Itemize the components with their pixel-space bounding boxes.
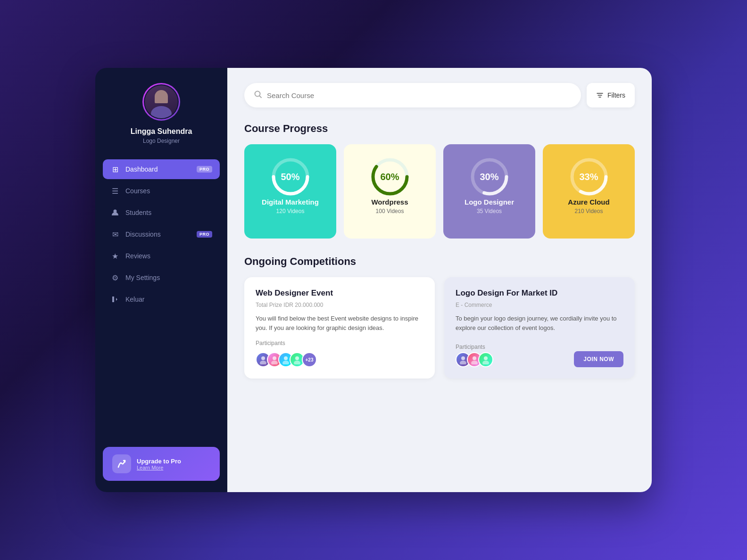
comp-title-web-designer: Web Designer Event bbox=[256, 288, 423, 298]
competition-card-logo-design: Logo Design For Market ID E - Commerce T… bbox=[444, 277, 635, 379]
svg-point-17 bbox=[260, 361, 266, 364]
course-card-azure-cloud[interactable]: 33% Azure Cloud 210 Videos bbox=[543, 144, 635, 239]
comp-title-logo-design: Logo Design For Market ID bbox=[456, 288, 623, 298]
comp-participants-label-1: Participants bbox=[256, 340, 423, 346]
svg-point-24 bbox=[461, 356, 465, 360]
progress-percent-wordpress: 60% bbox=[380, 172, 399, 182]
competition-card-web-designer: Web Designer Event Total Prize IDR 20.00… bbox=[244, 277, 435, 379]
svg-point-27 bbox=[471, 361, 478, 364]
svg-point-21 bbox=[282, 361, 289, 364]
sidebar-label-discussions: Discussions bbox=[125, 231, 191, 238]
sidebar-label-settings: My Settings bbox=[125, 274, 212, 281]
course-cards-row: 50% Digital Marketing 120 Videos 60% Wor… bbox=[244, 144, 635, 239]
avatar bbox=[145, 85, 178, 118]
svg-point-28 bbox=[484, 356, 488, 360]
svg-point-29 bbox=[482, 361, 489, 364]
comp-footer-logo-design: Participants bbox=[456, 340, 623, 367]
sidebar-label-reviews: Reviews bbox=[125, 252, 212, 260]
course-name-wordpress: Wordpress bbox=[371, 198, 408, 206]
svg-point-23 bbox=[294, 361, 300, 364]
comp-participants-side: Participants bbox=[456, 340, 490, 367]
dashboard-badge: PRO bbox=[197, 166, 212, 173]
sidebar-label-students: Students bbox=[125, 209, 212, 216]
sidebar-label-dashboard: Dashboard bbox=[125, 165, 191, 173]
participant-count-badge: +23 bbox=[302, 352, 317, 367]
upgrade-text: Upgrade to Pro Learn More bbox=[137, 458, 181, 470]
competitions-row: Web Designer Event Total Prize IDR 20.00… bbox=[244, 277, 635, 379]
comp-subtitle-web-designer: Total Prize IDR 20.000.000 bbox=[256, 302, 423, 308]
settings-icon: ⚙ bbox=[110, 273, 120, 282]
progress-circle-azure-cloud: 33% bbox=[568, 156, 610, 198]
upgrade-link: Learn More bbox=[137, 465, 181, 470]
students-icon bbox=[110, 208, 120, 217]
progress-percent-digital-marketing: 50% bbox=[281, 172, 299, 182]
svg-point-1 bbox=[151, 106, 172, 118]
progress-circle-wordpress: 60% bbox=[369, 156, 411, 198]
svg-point-25 bbox=[460, 361, 466, 364]
search-input[interactable] bbox=[267, 91, 572, 99]
filters-label: Filters bbox=[607, 91, 625, 99]
dashboard-icon: ⊞ bbox=[110, 165, 120, 174]
sidebar: Lingga Suhendra Logo Designer ⊞ Dashboar… bbox=[95, 68, 227, 492]
competitions-section: Ongoing Competitions Web Designer Event … bbox=[244, 255, 635, 379]
svg-point-22 bbox=[295, 356, 299, 360]
avatar-wrapper bbox=[142, 83, 180, 121]
upgrade-title: Upgrade to Pro bbox=[137, 458, 181, 465]
comp-desc-logo-design: To begin your logo design journey, we co… bbox=[456, 314, 623, 332]
progress-circle-digital-marketing: 50% bbox=[269, 156, 312, 198]
competitions-title: Ongoing Competitions bbox=[244, 255, 635, 268]
progress-percent-logo-designer: 30% bbox=[480, 172, 498, 182]
course-name-azure-cloud: Azure Cloud bbox=[568, 198, 609, 206]
courses-icon: ☰ bbox=[110, 186, 120, 196]
course-card-digital-marketing[interactable]: 50% Digital Marketing 120 Videos bbox=[244, 144, 336, 239]
progress-circle-logo-designer: 30% bbox=[468, 156, 511, 198]
svg-point-20 bbox=[284, 356, 288, 360]
course-videos-digital-marketing: 120 Videos bbox=[276, 208, 305, 214]
course-name-logo-designer: Logo Designer bbox=[465, 198, 514, 206]
nav-menu: ⊞ Dashboard PRO ☰ Courses Students ✉ Dis… bbox=[103, 159, 220, 439]
sidebar-label-logout: Keluar bbox=[125, 296, 212, 303]
svg-rect-2 bbox=[155, 96, 168, 103]
user-role: Logo Designer bbox=[143, 138, 180, 144]
discussions-icon: ✉ bbox=[110, 230, 120, 239]
search-input-wrapper bbox=[244, 83, 581, 107]
course-progress-section: Course Progress 50% Digital Marketing 12… bbox=[244, 123, 635, 239]
course-name-digital-marketing: Digital Marketing bbox=[262, 198, 319, 206]
svg-point-26 bbox=[473, 356, 476, 360]
sidebar-item-reviews[interactable]: ★ Reviews bbox=[103, 246, 220, 266]
upgrade-icon bbox=[112, 454, 131, 473]
course-card-wordpress[interactable]: 60% Wordpress 100 Videos bbox=[344, 144, 436, 239]
participants-row-1: +23 bbox=[256, 352, 423, 367]
sidebar-item-courses[interactable]: ☰ Courses bbox=[103, 181, 220, 201]
participant-avatar bbox=[478, 352, 493, 367]
sidebar-label-courses: Courses bbox=[125, 187, 212, 195]
svg-point-16 bbox=[261, 356, 265, 360]
sidebar-item-discussions[interactable]: ✉ Discussions PRO bbox=[103, 224, 220, 244]
svg-point-19 bbox=[271, 361, 278, 364]
comp-participants-label-2: Participants bbox=[456, 344, 490, 350]
sidebar-item-settings[interactable]: ⚙ My Settings bbox=[103, 268, 220, 288]
course-videos-wordpress: 100 Videos bbox=[376, 208, 404, 214]
filter-icon bbox=[596, 91, 604, 99]
course-card-logo-designer[interactable]: 30% Logo Designer 35 Videos bbox=[443, 144, 535, 239]
filters-button[interactable]: Filters bbox=[587, 83, 635, 107]
sidebar-item-students[interactable]: Students bbox=[103, 203, 220, 222]
logout-icon bbox=[110, 295, 120, 304]
upgrade-card[interactable]: Upgrade to Pro Learn More bbox=[103, 447, 220, 481]
progress-percent-azure-cloud: 33% bbox=[579, 172, 598, 182]
reviews-icon: ★ bbox=[110, 251, 120, 261]
sidebar-item-logout[interactable]: Keluar bbox=[103, 289, 220, 309]
search-bar-row: Filters bbox=[244, 83, 635, 107]
comp-desc-web-designer: You will find below the best Event websi… bbox=[256, 314, 423, 332]
sidebar-item-dashboard[interactable]: ⊞ Dashboard PRO bbox=[103, 159, 220, 179]
join-now-button[interactable]: JOIN NOW bbox=[574, 351, 623, 367]
search-icon bbox=[254, 90, 262, 101]
main-content: Filters Course Progress 50% Digital Mark… bbox=[227, 68, 652, 492]
participants-row-2 bbox=[456, 352, 490, 367]
discussions-badge: PRO bbox=[197, 231, 212, 238]
svg-point-18 bbox=[273, 356, 276, 360]
user-name: Lingga Suhendra bbox=[131, 127, 192, 136]
comp-subtitle-logo-design: E - Commerce bbox=[456, 302, 623, 308]
course-progress-title: Course Progress bbox=[244, 123, 635, 135]
course-videos-azure-cloud: 210 Videos bbox=[575, 208, 603, 214]
